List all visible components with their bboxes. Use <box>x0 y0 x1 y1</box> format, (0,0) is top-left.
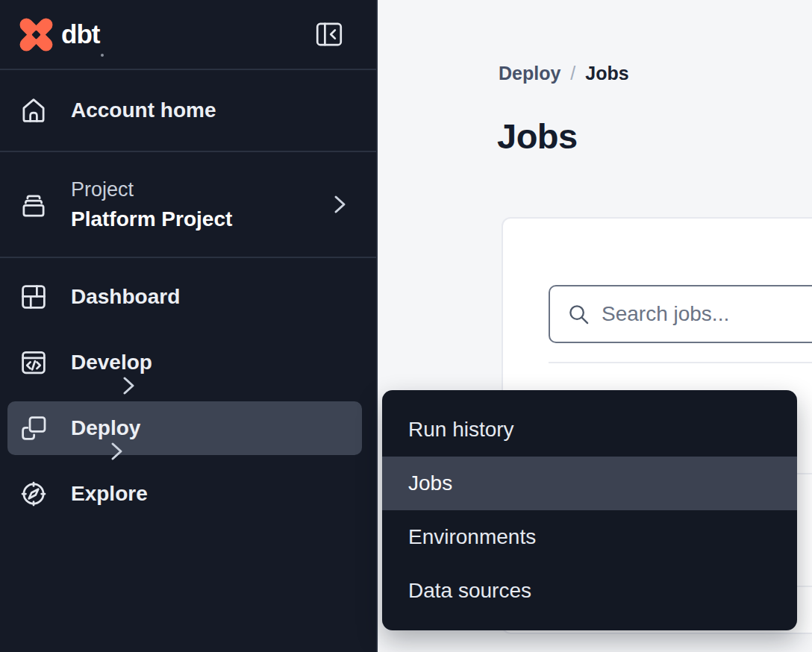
card-divider <box>549 362 812 363</box>
chevron-right-icon <box>122 376 135 395</box>
compass-icon <box>19 479 49 509</box>
project-icon <box>19 189 49 219</box>
develop-icon <box>19 348 49 377</box>
deploy-flyout-menu: Run history Jobs Environments Data sourc… <box>382 390 797 630</box>
breadcrumb-deploy-link[interactable]: Deploy <box>499 63 560 84</box>
home-icon <box>19 95 49 125</box>
brand-text: dbt <box>61 19 99 49</box>
page-title: Jobs <box>497 116 578 157</box>
dashboard-icon <box>19 282 49 312</box>
sidebar-item-label: Develop <box>71 351 152 374</box>
sidebar-item-develop[interactable]: Develop <box>0 330 376 395</box>
flyout-item-environments[interactable]: Environments <box>382 510 797 564</box>
sidebar-header: dbt <box>0 0 376 69</box>
search-icon <box>567 303 590 326</box>
collapse-sidebar-button[interactable] <box>315 21 343 48</box>
sidebar-item-label: Deploy <box>71 416 140 440</box>
breadcrumb: Deploy / Jobs <box>499 63 629 84</box>
sidebar-item-account-home[interactable]: Account home <box>0 70 376 151</box>
panel-collapse-icon <box>316 22 343 47</box>
brand-trademark-dot <box>101 54 104 57</box>
breadcrumb-current: Jobs <box>585 63 628 84</box>
sidebar-item-dashboard[interactable]: Dashboard <box>0 264 376 330</box>
project-name: Platform Project <box>71 207 232 231</box>
flyout-item-run-history[interactable]: Run history <box>382 403 797 457</box>
deploy-icon <box>19 413 49 443</box>
sidebar-nav: Dashboard Develop Deploy <box>0 258 376 527</box>
flyout-item-data-sources[interactable]: Data sources <box>382 564 797 618</box>
breadcrumb-separator: / <box>570 63 575 84</box>
sidebar-item-deploy[interactable]: Deploy <box>0 395 376 461</box>
chevron-right-icon <box>334 195 346 214</box>
search-input[interactable] <box>602 302 812 326</box>
project-text: Project Platform Project <box>71 178 232 231</box>
sidebar-item-label: Dashboard <box>71 285 180 309</box>
search-box <box>549 285 812 343</box>
sidebar-item-project[interactable]: Project Platform Project <box>0 152 376 257</box>
project-eyebrow: Project <box>71 178 232 201</box>
dbt-logo-icon <box>19 17 54 52</box>
chevron-right-icon <box>110 442 123 461</box>
sidebar: dbt Account home Project Platform Projec… <box>0 0 378 652</box>
sidebar-item-explore[interactable]: Explore <box>0 461 376 527</box>
sidebar-item-label: Explore <box>71 482 148 506</box>
flyout-item-jobs[interactable]: Jobs <box>382 457 797 510</box>
sidebar-item-label: Account home <box>71 98 216 122</box>
